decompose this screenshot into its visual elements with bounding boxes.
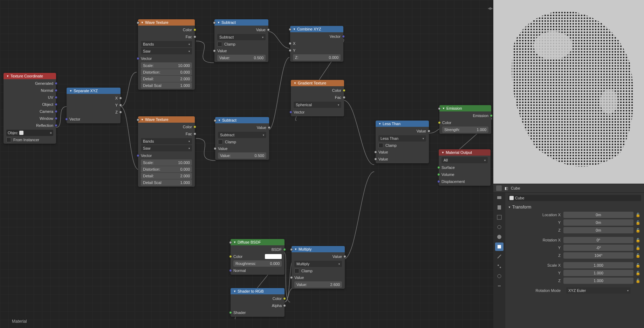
socket-color[interactable]: Color <box>138 26 195 33</box>
node-wave-texture-1[interactable]: Wave Texture Color Fac Bands Saw Vector … <box>138 19 195 90</box>
wave-profile-select[interactable]: Saw <box>141 145 192 151</box>
socket-value1-in[interactable]: Value <box>214 47 268 54</box>
node-header[interactable]: Less Than <box>376 121 429 127</box>
socket-vector-in[interactable]: Vector <box>138 55 195 62</box>
node-emission[interactable]: Emission Emission Color Strength:1.000 <box>439 105 491 134</box>
node-material-output[interactable]: Material Output All Surface Volume Displ… <box>439 149 491 186</box>
gradient-type-select[interactable]: Spherical <box>294 102 341 108</box>
detail-field[interactable]: Detail:2.000 <box>141 76 192 82</box>
node-header[interactable]: Diffuse BSDF <box>231 239 285 245</box>
wave-type-select[interactable]: Bands <box>141 41 192 47</box>
node-shader-to-rgb[interactable]: Shader to RGB Color Alpha Shader <box>231 288 285 317</box>
socket-value-out[interactable]: Value <box>214 26 268 33</box>
socket-value1-in[interactable]: Value <box>292 274 345 281</box>
distortion-field[interactable]: Distortion:0.000 <box>141 166 192 172</box>
lock-icon[interactable]: 🔓 <box>635 212 641 218</box>
socket-object[interactable]: Object <box>4 101 56 108</box>
wave-type-select[interactable]: Bands <box>141 138 192 144</box>
tab-output[interactable] <box>495 203 503 212</box>
lock-icon[interactable]: 🔓 <box>635 278 641 284</box>
color-swatch[interactable] <box>265 254 282 259</box>
socket-x[interactable]: X <box>67 95 121 102</box>
value2-field[interactable]: Value:0.500 <box>217 55 266 61</box>
detail-scale-field[interactable]: Detail Scal1.000 <box>141 82 192 89</box>
node-combine-xyz[interactable]: Combine XYZ Vector X Y Z:0.000 <box>290 26 343 62</box>
object-name[interactable]: Cube <box>511 186 520 190</box>
socket-value-out[interactable]: Value <box>292 253 345 260</box>
render-preview[interactable] <box>493 0 644 184</box>
math-op-select[interactable]: Subtract <box>218 132 266 138</box>
scale-y-field[interactable]: 1.000 <box>563 270 633 276</box>
value2-field[interactable]: Value:0.500 <box>218 152 266 159</box>
from-instancer-checkbox[interactable]: From Instancer <box>4 137 56 143</box>
socket-vector-in[interactable]: Vector <box>67 116 121 123</box>
rotation-z-field[interactable]: 104° <box>563 252 633 259</box>
tab-particles[interactable] <box>495 262 503 271</box>
node-header[interactable]: Texture Coordinate <box>4 73 56 79</box>
node-header[interactable]: Multiply <box>292 246 345 252</box>
node-header[interactable]: Wave Texture <box>138 19 195 26</box>
socket-x-in[interactable]: X <box>290 40 343 47</box>
socket-color-out[interactable]: Color <box>231 295 285 302</box>
roughness-field[interactable]: Roughness:0.000 <box>233 260 282 267</box>
socket-vector-in[interactable]: Vector <box>138 152 195 159</box>
socket-vector-in[interactable]: Vector <box>291 109 344 116</box>
math-op-select[interactable]: Less Than <box>378 135 426 142</box>
z-field[interactable]: Z:0.000 <box>293 54 341 61</box>
clamp-checkbox[interactable]: Clamp <box>376 142 429 149</box>
pin-icon[interactable] <box>496 185 502 191</box>
tab-world[interactable] <box>495 233 503 241</box>
tab-physics[interactable] <box>495 272 503 280</box>
node-diffuse-bsdf[interactable]: Diffuse BSDF BSDF Color Roughness:0.000 … <box>231 239 285 275</box>
node-texture-coordinate[interactable]: Texture Coordinate Generated Normal UV O… <box>4 73 56 144</box>
socket-color-in[interactable]: Color <box>439 119 491 126</box>
socket-alpha-out[interactable]: Alpha <box>231 302 285 309</box>
socket-y-in[interactable]: Y <box>290 47 343 54</box>
tab-scene[interactable] <box>495 223 503 231</box>
object-field[interactable]: Objec⌖ <box>6 130 53 136</box>
node-less-than[interactable]: Less Than Value Less Than Clamp Value Va… <box>376 121 429 163</box>
color-row[interactable]: Color <box>231 253 285 260</box>
node-gradient-texture[interactable]: Gradient Texture Color Fac Spherical Vec… <box>291 80 344 116</box>
tab-object[interactable] <box>495 242 503 251</box>
socket-volume-in[interactable]: Volume <box>439 171 491 178</box>
eyedropper-icon[interactable]: ⌖ <box>50 131 52 135</box>
lock-icon[interactable]: 🔓 <box>635 245 641 251</box>
rotation-y-field[interactable]: -0° <box>563 245 633 251</box>
lock-icon[interactable]: 🔓 <box>635 227 641 233</box>
node-subtract-1[interactable]: Subtract Value Subtract Clamp Value Valu… <box>214 19 268 62</box>
lock-icon[interactable]: 🔓 <box>635 262 641 268</box>
node-header[interactable]: Combine XYZ <box>290 26 343 32</box>
node-subtract-2[interactable]: Subtract Value Subtract Clamp Value Valu… <box>215 117 269 160</box>
location-z-field[interactable]: 0m <box>563 227 633 233</box>
strength-field[interactable]: Strength:1.000 <box>442 127 488 133</box>
socket-y[interactable]: Y <box>67 102 121 109</box>
node-header[interactable]: Gradient Texture <box>291 80 344 86</box>
socket-reflection[interactable]: Reflection <box>4 122 56 129</box>
socket-bsdf-out[interactable]: BSDF <box>231 246 285 253</box>
transform-panel-header[interactable]: Transform <box>508 203 641 211</box>
node-editor[interactable]: Texture Coordinate Generated Normal UV O… <box>0 0 493 328</box>
socket-value-out[interactable]: Value <box>376 128 429 135</box>
detail-scale-field[interactable]: Detail Scal1.000 <box>141 179 192 186</box>
area-splitter[interactable]: ◀ ▶ <box>488 6 492 10</box>
socket-fac[interactable]: Fac <box>138 33 195 40</box>
lock-icon[interactable]: 🔓 <box>635 252 641 259</box>
node-header[interactable]: Material Output <box>439 149 491 156</box>
clamp-checkbox[interactable]: Clamp <box>292 268 345 274</box>
socket-vector-out[interactable]: Vector <box>290 33 343 40</box>
socket-normal-in[interactable]: Normal <box>231 267 285 274</box>
target-select[interactable]: All <box>441 157 488 163</box>
socket-window[interactable]: Window <box>4 115 56 122</box>
socket-color[interactable]: Color <box>138 123 195 130</box>
location-y-field[interactable]: 0m <box>563 219 633 226</box>
node-multiply[interactable]: Multiply Value Multiply Clamp Value Valu… <box>292 246 345 289</box>
socket-generated[interactable]: Generated <box>4 80 56 87</box>
wave-profile-select[interactable]: Saw <box>141 48 192 54</box>
node-separate-xyz[interactable]: Separate XYZ X Y Z Vector <box>67 88 121 123</box>
detail-field[interactable]: Detail:2.000 <box>141 173 192 179</box>
clamp-checkbox[interactable]: Clamp <box>214 41 268 47</box>
distortion-field[interactable]: Distortion:0.000 <box>141 69 192 75</box>
socket-fac[interactable]: Fac <box>291 94 344 101</box>
scale-z-field[interactable]: 1.000 <box>563 278 633 284</box>
